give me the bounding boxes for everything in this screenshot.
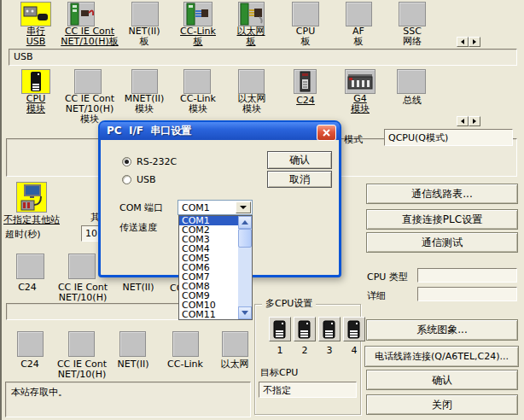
dialog-close-button[interactable] <box>317 125 336 141</box>
label-ssc-network: SSC网络 <box>374 26 451 47</box>
network1-c24-icon[interactable] <box>16 254 44 279</box>
system-image-button[interactable]: 系统图象... <box>366 319 518 341</box>
com-port-combobox[interactable]: COM1 <box>178 200 253 215</box>
cpu-tower-icon <box>273 320 287 339</box>
up-arrow-icon <box>242 220 248 225</box>
network1-cc-ie-cont-icon[interactable] <box>68 254 96 279</box>
cpu3-number: 3 <box>318 346 341 356</box>
cpu-board-icon[interactable] <box>292 2 319 26</box>
dialog-ok-button[interactable]: 确认 <box>267 151 332 169</box>
rs232c-radio-label: RS-232C <box>137 156 177 167</box>
close-icon <box>322 128 331 137</box>
cpu-tower-icon <box>298 320 311 339</box>
network2-cclink-icon[interactable] <box>172 331 199 357</box>
bus-icon[interactable] <box>397 69 426 94</box>
dialog-title: PC I/F 串口设置 <box>107 124 191 138</box>
target-cpu-label: 目标CPU <box>260 366 298 379</box>
network2-ethernet-icon[interactable] <box>222 331 248 357</box>
cpu1-button[interactable] <box>269 317 291 341</box>
multi-cpu-group: 多CPU设置 1 2 3 4 目标CPU 不指定 <box>254 304 361 415</box>
cclink-module-icon[interactable] <box>183 69 211 94</box>
comm-line-table-button[interactable]: 通信线路表... <box>366 184 518 204</box>
label-network1-net2: NET(II) <box>100 283 177 293</box>
cpu2-number: 2 <box>294 346 316 356</box>
timeout-label: 超时(秒) <box>5 228 41 241</box>
target-cpu-field: 不指定 <box>259 382 357 398</box>
usb-radio-label: USB <box>137 174 156 185</box>
com-port-label: COM 端口 <box>119 201 163 214</box>
cpu4-number: 4 <box>343 346 365 356</box>
comm-test-button[interactable]: 通信测试 <box>366 232 518 253</box>
cpu3-button[interactable] <box>318 317 341 341</box>
scroll-up-button[interactable] <box>238 216 252 229</box>
g4-module-icon[interactable] <box>345 69 376 94</box>
cpu4-button[interactable] <box>343 317 365 341</box>
scroll-down-button[interactable] <box>238 306 252 319</box>
pc-if-selected-field: USB <box>9 49 517 66</box>
status-box: 本站存取中。 <box>5 382 251 417</box>
phone-line-connect-button[interactable]: 电话线路连接(Q/A6TEL,C24)... <box>364 346 519 367</box>
cclink-board-icon[interactable] <box>183 2 213 26</box>
c24-module-icon[interactable] <box>294 69 317 94</box>
mnet2-module-icon[interactable] <box>131 69 158 94</box>
connection-setup-window: 串行USB CC IE ContNET/10(H)板 NET(II)板 CC-L… <box>0 0 524 420</box>
detail-field <box>417 287 517 301</box>
no-other-station-label: 不指定其他站 <box>3 213 60 226</box>
dropdown-scrollbar[interactable] <box>238 216 252 319</box>
multi-cpu-group-title: 多CPU设置 <box>262 298 316 309</box>
serial-port-settings-dialog: PC I/F 串口设置 RS-232C USB 确认 取消 COM 端口 COM… <box>98 120 341 277</box>
dialog-cancel-button[interactable]: 取消 <box>267 171 332 188</box>
com-port-value: COM1 <box>182 202 210 213</box>
no-other-station-icon[interactable] <box>16 182 47 213</box>
ethernet-module-icon[interactable] <box>238 69 265 94</box>
baud-rate-label: 传送速度 <box>119 221 157 234</box>
cpu-tower-icon <box>347 320 361 339</box>
cc-ie-cont-board-icon[interactable] <box>67 2 95 26</box>
net2-board-icon[interactable] <box>131 2 159 26</box>
cpu-tower-icon <box>323 320 336 339</box>
label-bus: 总线 <box>374 96 451 106</box>
left-arrow-icon <box>461 39 464 44</box>
usb-radio[interactable] <box>122 175 131 184</box>
rs232c-radio[interactable] <box>122 157 131 166</box>
plc-row-scroll-right-button[interactable] <box>469 116 480 126</box>
detail-label: 详细 <box>367 289 386 302</box>
plc-row-scroll-left-button[interactable] <box>457 116 469 126</box>
direct-plc-connect-button[interactable]: 直接连接PLC设置 <box>366 209 518 230</box>
down-arrow-icon <box>242 311 248 315</box>
cpu2-button[interactable] <box>294 317 316 341</box>
left-arrow-icon <box>461 119 464 124</box>
com-port-option[interactable]: COM11 <box>179 310 240 319</box>
pc-row-scroll-right-button[interactable] <box>469 37 480 47</box>
mode-value-field: QCPU(Q模式) <box>384 129 513 146</box>
cpu-module-icon[interactable] <box>21 69 50 94</box>
right-arrow-icon <box>473 119 476 124</box>
main-close-button[interactable]: 关闭 <box>366 394 518 415</box>
network2-cc-ie-cont-icon[interactable] <box>68 331 95 357</box>
ssc-board-icon[interactable] <box>399 2 426 26</box>
scrollbar-thumb[interactable] <box>238 229 252 248</box>
mode-label: 模式 <box>344 133 363 146</box>
ethernet-board-icon[interactable] <box>238 2 265 26</box>
right-arrow-icon <box>473 39 476 44</box>
cpu-type-label: CPU 类型 <box>367 271 408 283</box>
cpu-type-field <box>417 268 517 283</box>
pc-row-scroll-left-button[interactable] <box>457 37 469 47</box>
com-port-dropdown-list: COM1COM2COM3COM4COM5COM6COM7COM8COM9COM1… <box>178 215 253 320</box>
af-board-icon[interactable] <box>346 2 372 26</box>
main-ok-button[interactable]: 确认 <box>366 370 518 390</box>
network2-c24-icon[interactable] <box>17 331 44 357</box>
cc-ie-cont-module-icon[interactable] <box>74 69 102 94</box>
status-message: 本站存取中。 <box>11 386 67 399</box>
chevron-down-icon <box>240 206 247 209</box>
cpu1-number: 1 <box>269 346 291 356</box>
combo-dropdown-button[interactable] <box>236 201 251 213</box>
serial-usb-icon[interactable] <box>20 2 51 26</box>
dialog-titlebar[interactable]: PC I/F 串口设置 <box>100 122 340 140</box>
network2-net2-icon[interactable] <box>119 331 146 357</box>
